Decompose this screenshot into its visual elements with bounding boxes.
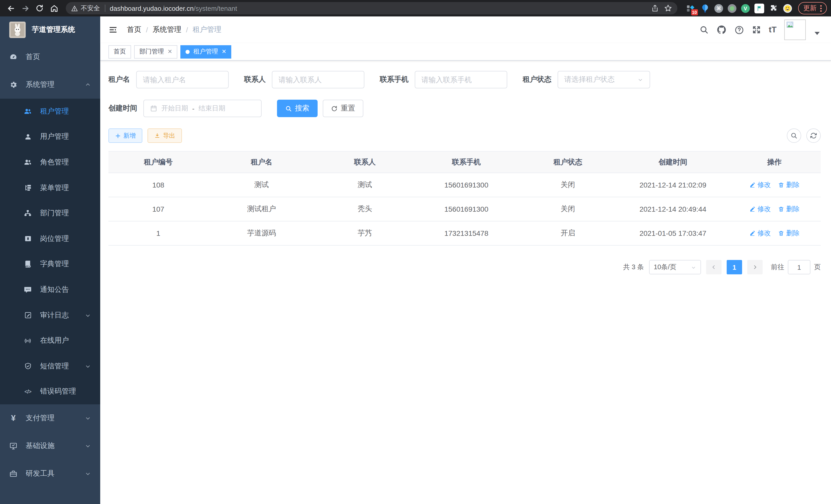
chevron-down-icon	[85, 363, 91, 369]
profile-avatar-icon[interactable]	[783, 4, 792, 12]
tenant-table: 租户编号 租户名 联系人 联系手机 租户状态 创建时间 操作 108 测试 测试…	[109, 151, 821, 245]
page-number-1[interactable]: 1	[727, 260, 742, 274]
refresh-button[interactable]	[806, 128, 821, 143]
chevron-down-icon	[85, 443, 91, 449]
chevron-down-icon	[85, 471, 91, 477]
extension-balloon-icon[interactable]	[700, 3, 710, 13]
tab-tenant[interactable]: 租户管理 ✕	[180, 45, 231, 58]
extensions-puzzle-icon[interactable]	[769, 3, 779, 13]
forward-icon[interactable]	[19, 2, 32, 15]
message-bubble-icon	[24, 286, 32, 294]
shield-check-icon	[24, 362, 32, 370]
chrome-menu-icon[interactable]	[820, 5, 822, 11]
sidebar-item-system[interactable]: 系统管理	[0, 71, 100, 99]
delete-link[interactable]: 删除	[778, 229, 800, 238]
reset-button[interactable]: 重置	[323, 100, 363, 117]
reload-icon[interactable]	[33, 2, 46, 15]
edit-link[interactable]: 修改	[749, 180, 771, 189]
chevron-down-icon	[85, 415, 91, 421]
goto-page-input[interactable]	[788, 260, 810, 274]
sidebar-collapse-icon[interactable]	[109, 26, 118, 34]
app-logo-row[interactable]: 芋道管理系统	[0, 17, 100, 43]
delete-link[interactable]: 删除	[778, 180, 800, 189]
contact-label: 联系人	[244, 75, 266, 84]
date-range-picker[interactable]: 开始日期 - 结束日期	[143, 100, 262, 117]
next-page-button[interactable]	[747, 260, 763, 274]
browser-toolbar: 不安全 dashboard.yudao.iocoder.cn/system/te…	[0, 0, 831, 17]
sidebar-item-dict[interactable]: 字典管理	[0, 251, 100, 277]
bookmark-star-icon[interactable]	[664, 4, 672, 12]
sidebar: 芋道管理系统 首页 系统管理	[0, 17, 100, 504]
search-button[interactable]: 搜索	[277, 100, 318, 117]
page-unit: 页	[814, 263, 821, 272]
status-select[interactable]: 请选择租户状态	[557, 71, 650, 88]
sidebar-item-devtools[interactable]: 研发工具	[0, 460, 100, 487]
tenant-users-icon	[24, 108, 32, 116]
close-icon[interactable]: ✕	[168, 48, 172, 55]
export-button[interactable]: 导出	[147, 128, 182, 143]
tenant-name-label: 租户名	[109, 75, 130, 84]
gear-icon	[9, 81, 18, 89]
sidebar-item-error-code[interactable]: </> 错误码管理	[0, 379, 100, 404]
sidebar-item-notice[interactable]: 通知公告	[0, 277, 100, 302]
edit-link[interactable]: 修改	[749, 205, 771, 214]
status-label: 租户状态	[523, 75, 551, 84]
toggle-search-button[interactable]	[787, 128, 801, 143]
header-search-icon[interactable]	[699, 25, 709, 34]
sidebar-item-post[interactable]: 岗位管理	[0, 226, 100, 251]
sidebar-item-user[interactable]: 用户管理	[0, 124, 100, 149]
security-label: 不安全	[81, 4, 100, 12]
share-icon[interactable]	[651, 4, 659, 12]
extension-tab-manager-icon[interactable]: 10	[686, 3, 695, 13]
extension-command-icon[interactable]: ⌘	[714, 4, 723, 12]
sidebar-item-infra[interactable]: 基础设施	[0, 432, 100, 460]
sidebar-item-dept[interactable]: 部门管理	[0, 201, 100, 226]
address-bar[interactable]: 不安全 dashboard.yudao.iocoder.cn/system/te…	[66, 2, 677, 14]
mobile-input[interactable]	[415, 71, 507, 88]
tab-home[interactable]: 首页	[109, 45, 131, 58]
sidebar-item-online-user[interactable]: 在线用户	[0, 328, 100, 353]
end-date: 结束日期	[199, 104, 225, 113]
yen-icon: ¥	[9, 414, 18, 422]
delete-link[interactable]: 删除	[778, 205, 800, 214]
chrome-update-button[interactable]: 更新	[798, 2, 827, 14]
back-icon[interactable]	[4, 2, 18, 15]
tenant-name-input[interactable]	[136, 71, 229, 88]
fullscreen-icon[interactable]	[752, 25, 761, 34]
not-secure-warning-icon	[71, 5, 78, 11]
extension-badge: 10	[691, 9, 698, 15]
sidebar-item-audit-log[interactable]: 审计日志	[0, 303, 100, 328]
close-icon[interactable]: ✕	[222, 48, 226, 55]
page-size-select[interactable]: 10条/页	[649, 260, 701, 274]
prev-page-button[interactable]	[706, 260, 721, 274]
home-icon[interactable]	[47, 2, 61, 15]
sidebar-item-tenant[interactable]: 租户管理	[0, 99, 100, 124]
help-icon[interactable]	[735, 25, 744, 35]
font-size-icon[interactable]: tT	[769, 25, 776, 34]
breadcrumb: 首页 / 系统管理 / 租户管理	[127, 25, 222, 34]
extension-flag-icon[interactable]	[754, 3, 764, 13]
sidebar-item-home[interactable]: 首页	[0, 43, 100, 71]
contact-input[interactable]	[272, 71, 364, 88]
org-chart-icon	[24, 209, 32, 217]
edit-link[interactable]: 修改	[749, 229, 771, 238]
tab-dept[interactable]: 部门管理 ✕	[134, 45, 177, 58]
sidebar-item-sms[interactable]: 短信管理	[0, 353, 100, 379]
sidebar-item-menu[interactable]: 菜单管理	[0, 175, 100, 201]
chevron-down-icon	[691, 264, 696, 270]
active-dot	[185, 50, 190, 54]
post-badge-icon	[24, 235, 32, 243]
github-icon[interactable]	[716, 25, 727, 35]
breadcrumb-home[interactable]: 首页	[127, 25, 141, 34]
extension-recorder-icon[interactable]	[728, 4, 737, 12]
extension-vue-icon[interactable]: V	[741, 4, 750, 12]
avatar-dropdown-caret-icon[interactable]	[814, 32, 820, 35]
sidebar-item-role[interactable]: 角色管理	[0, 149, 100, 175]
chevron-up-icon	[85, 82, 91, 88]
table-header: 租户编号 租户名 联系人 联系手机 租户状态 创建时间 操作	[109, 152, 821, 173]
add-button[interactable]: 新增	[109, 128, 142, 143]
code-icon: </>	[24, 388, 32, 396]
sidebar-item-pay[interactable]: ¥ 支付管理	[0, 404, 100, 432]
user-avatar[interactable]	[784, 20, 806, 40]
dashboard-icon	[9, 53, 18, 61]
